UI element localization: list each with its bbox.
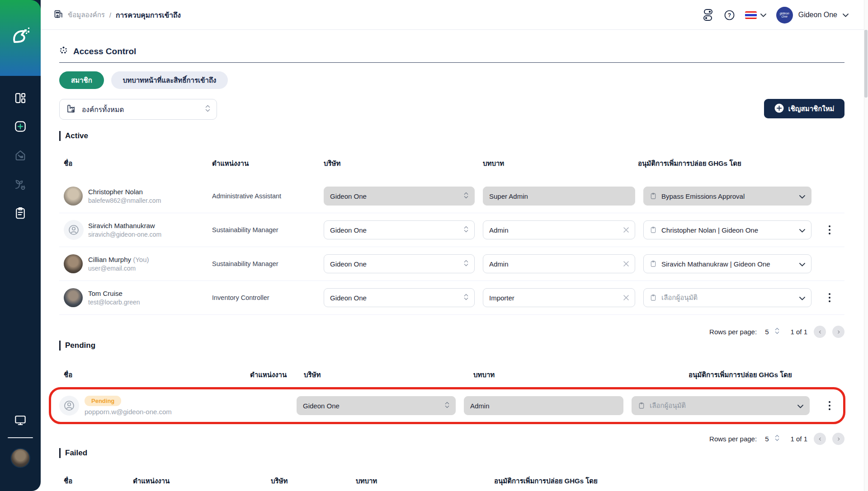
chevron-down-icon [799, 294, 805, 302]
rows-per-page-stepper[interactable] [775, 327, 779, 336]
language-selector[interactable] [745, 11, 766, 19]
user-name: Christopher Nolan [88, 188, 161, 196]
prev-page-button[interactable] [814, 433, 826, 445]
row-menu-button[interactable] [825, 291, 835, 304]
role-select[interactable]: Admin [483, 220, 635, 239]
pending-row: Pending popporn.w@gideon-one.com Gideon … [59, 389, 844, 422]
position-label: Administrative Assistant [212, 192, 281, 200]
user-name-block: Christopher Nolan balefew862@nmaller.com [88, 188, 161, 204]
sidebar-item-reduction[interactable] [13, 149, 28, 164]
user-name: Siravich Mathanukraw [88, 222, 161, 229]
tab-members[interactable]: สมาชิก [59, 71, 104, 89]
company-select[interactable]: Gideon One [324, 220, 475, 239]
thai-flag-icon [745, 11, 757, 19]
clipboard-icon [638, 402, 645, 409]
sidebar-item-dashboard[interactable] [13, 92, 28, 106]
help-icon[interactable]: ? [724, 9, 735, 21]
company-value: Gideon One [330, 294, 464, 302]
sidebar-item-add[interactable] [13, 120, 28, 135]
clear-icon[interactable] [623, 226, 629, 234]
role-select: Super Admin [483, 187, 635, 206]
organization-filter-select[interactable]: องค์กรทั้งหมด [59, 99, 217, 120]
company-select: Gideon One [324, 187, 475, 206]
col-header-name: ชื่อ [64, 476, 72, 486]
col-header-company: บริษัท [324, 158, 340, 169]
sidebar-item-energy[interactable] [13, 178, 28, 192]
clear-icon[interactable] [623, 294, 629, 302]
approver-select[interactable]: Siravich Mathanukraw | Gideon One [643, 254, 811, 273]
tab-roles-permissions[interactable]: บทบาทหน้าที่และสิทธิ์การเข้าถึง [111, 71, 228, 89]
section-bar [59, 448, 61, 458]
pagination: Rows per page: 5 1 of 1 [709, 433, 844, 445]
approver-select[interactable]: Christopher Nolan | Gideon One [643, 220, 811, 239]
rows-per-page-label: Rows per page: [709, 435, 757, 443]
user-email: siravich@gideon-one.com [88, 231, 161, 238]
you-suffix: (You) [133, 256, 149, 263]
user-name-block: Siravich Mathanukraw siravich@gideon-one… [88, 222, 161, 238]
section-bar [59, 341, 61, 351]
rows-per-page-value[interactable]: 5 [765, 435, 769, 443]
stepper-icon [464, 226, 468, 234]
col-header-role: บทบาท [483, 158, 504, 169]
section-pending-title: Pending [65, 341, 95, 350]
clear-icon[interactable] [623, 260, 629, 268]
row-menu-button[interactable] [825, 399, 835, 412]
role-value: Super Admin [489, 192, 629, 200]
invite-member-button[interactable]: เชิญสมาชิกใหม่ [764, 99, 844, 118]
table-row: Siravich Mathanukraw siravich@gideon-one… [59, 213, 844, 247]
role-select[interactable]: Importer [483, 288, 635, 307]
sidebar-divider [8, 437, 33, 438]
scrollbar-thumb[interactable] [864, 30, 868, 98]
user-name: Cillian Murphy (You) [88, 256, 149, 263]
avatar [64, 187, 83, 206]
plant-plug-icon [14, 177, 27, 192]
svg-text:?: ? [728, 12, 731, 19]
prev-page-button[interactable] [814, 326, 826, 338]
apps-toggle-icon[interactable] [702, 9, 714, 21]
chevron-down-icon [799, 226, 805, 234]
stepper-icon [205, 105, 210, 114]
tab-bar: สมาชิก บทบาทหน้าที่และสิทธิ์การเข้าถึง [59, 71, 228, 89]
approver-value: Christopher Nolan | Gideon One [661, 226, 799, 234]
company-select[interactable]: Gideon One [324, 254, 475, 273]
app-window: ข้อมูลองค์กร / การควบคุมการเข้าถึง ? [0, 0, 868, 491]
logo-block [0, 0, 41, 76]
approver-select: Bypass Emissions Approval [643, 187, 811, 206]
approver-select[interactable]: เลือกผู้อนุมัติ [643, 288, 811, 307]
col-header-approver: อนุมัติการเพิ่มการปล่อย GHGs โดย [638, 158, 741, 169]
col-header-role: บทบาท [473, 369, 495, 380]
rows-per-page-value[interactable]: 5 [765, 328, 769, 336]
scrollbar-track[interactable] [864, 0, 868, 491]
user-email: test@locarb.green [88, 299, 140, 306]
clipboard-icon [650, 294, 657, 301]
user-name: Tom Cruise [88, 290, 140, 297]
row-menu-button[interactable] [825, 223, 835, 237]
pending-table-header: ชื่อ ตำแหน่งงาน บริษัท บทบาท อนุมัติการเ… [59, 369, 844, 383]
section-active: Active [59, 131, 88, 141]
stepper-icon [464, 192, 468, 200]
avatar [64, 254, 83, 273]
user-menu[interactable]: gideonOne Gideon One [776, 7, 849, 23]
organization-filter-value: องค์กรทั้งหมด [82, 104, 200, 115]
sidebar-user-avatar[interactable] [10, 448, 30, 468]
next-page-button[interactable] [832, 433, 844, 445]
page-info: 1 of 1 [790, 435, 807, 443]
sidebar-item-display[interactable] [13, 414, 28, 428]
rows-per-page-stepper[interactable] [775, 435, 779, 443]
company-value: Gideon One [303, 402, 445, 410]
next-page-button[interactable] [832, 326, 844, 338]
user-name-label: Gideon One [798, 11, 837, 19]
pagination: Rows per page: 5 1 of 1 [709, 326, 844, 338]
sidebar-item-reports[interactable] [13, 207, 28, 221]
user-name-block: Tom Cruise test@locarb.green [88, 290, 140, 306]
col-header-position: ตำแหน่งงาน [212, 158, 249, 169]
role-select[interactable]: Admin [483, 254, 635, 273]
approver-placeholder: เลือกผู้อนุมัติ [661, 292, 799, 303]
page-title-block: Access Control [59, 46, 844, 63]
role-select: Admin [464, 396, 623, 415]
active-table: ชื่อ ตำแหน่งงาน บริษัท บทบาท อนุมัติการเ… [59, 158, 844, 315]
section-active-title: Active [65, 131, 88, 140]
company-select[interactable]: Gideon One [324, 288, 475, 307]
breadcrumb-section[interactable]: ข้อมูลองค์กร [68, 9, 105, 20]
stepper-icon [464, 294, 468, 302]
